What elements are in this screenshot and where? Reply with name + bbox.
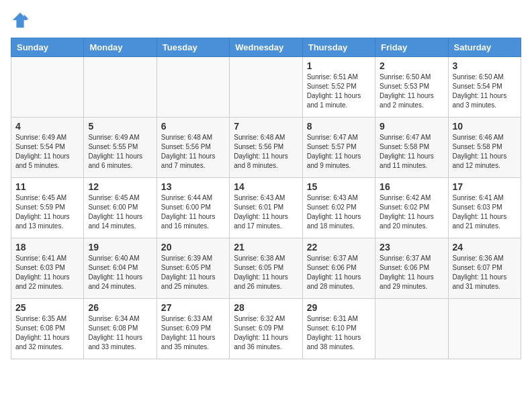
- calendar-cell: 12Sunrise: 6:45 AM Sunset: 6:00 PM Dayli…: [84, 178, 157, 238]
- day-number: 27: [161, 302, 225, 313]
- calendar-header-wednesday: Wednesday: [230, 38, 302, 57]
- calendar-week-row: 11Sunrise: 6:45 AM Sunset: 5:59 PM Dayli…: [11, 178, 521, 238]
- day-info: Sunrise: 6:42 AM Sunset: 6:02 PM Dayligh…: [380, 193, 443, 231]
- calendar-cell: [375, 299, 448, 359]
- calendar-header-monday: Monday: [84, 38, 157, 57]
- day-info: Sunrise: 6:38 AM Sunset: 6:05 PM Dayligh…: [234, 254, 298, 291]
- day-number: 24: [453, 242, 517, 253]
- calendar-cell: 4Sunrise: 6:49 AM Sunset: 5:54 PM Daylig…: [11, 118, 84, 178]
- svg-marker-1: [24, 15, 29, 19]
- day-info: Sunrise: 6:45 AM Sunset: 6:00 PM Dayligh…: [88, 193, 152, 231]
- calendar-cell: 25Sunrise: 6:35 AM Sunset: 6:08 PM Dayli…: [11, 299, 84, 359]
- day-number: 5: [88, 121, 152, 132]
- day-info: Sunrise: 6:43 AM Sunset: 6:01 PM Dayligh…: [234, 193, 298, 231]
- day-info: Sunrise: 6:50 AM Sunset: 5:53 PM Dayligh…: [380, 73, 443, 110]
- day-info: Sunrise: 6:40 AM Sunset: 6:04 PM Dayligh…: [88, 254, 152, 291]
- calendar-week-row: 25Sunrise: 6:35 AM Sunset: 6:08 PM Dayli…: [11, 299, 521, 359]
- day-number: 4: [15, 121, 79, 132]
- day-info: Sunrise: 6:50 AM Sunset: 5:54 PM Dayligh…: [453, 73, 517, 110]
- calendar-cell: 23Sunrise: 6:37 AM Sunset: 6:06 PM Dayli…: [375, 238, 448, 299]
- day-info: Sunrise: 6:51 AM Sunset: 5:52 PM Dayligh…: [307, 73, 371, 110]
- calendar-cell: 20Sunrise: 6:39 AM Sunset: 6:05 PM Dayli…: [157, 238, 229, 299]
- day-number: 29: [307, 302, 371, 313]
- day-info: Sunrise: 6:44 AM Sunset: 6:00 PM Dayligh…: [161, 193, 225, 231]
- day-info: Sunrise: 6:48 AM Sunset: 5:56 PM Dayligh…: [234, 133, 298, 171]
- calendar-cell: 10Sunrise: 6:46 AM Sunset: 5:58 PM Dayli…: [448, 118, 521, 178]
- day-number: 9: [380, 121, 443, 132]
- calendar-cell: 5Sunrise: 6:49 AM Sunset: 5:55 PM Daylig…: [84, 118, 157, 178]
- calendar-header-sunday: Sunday: [11, 38, 84, 57]
- day-number: 17: [453, 181, 517, 192]
- day-number: 12: [88, 181, 152, 192]
- day-number: 3: [453, 60, 517, 71]
- day-number: 16: [380, 181, 443, 192]
- calendar-cell: 1Sunrise: 6:51 AM Sunset: 5:52 PM Daylig…: [302, 57, 375, 118]
- calendar-cell: 16Sunrise: 6:42 AM Sunset: 6:02 PM Dayli…: [375, 178, 448, 238]
- day-info: Sunrise: 6:46 AM Sunset: 5:58 PM Dayligh…: [453, 133, 517, 171]
- day-number: 8: [307, 121, 371, 132]
- day-number: 21: [234, 242, 298, 253]
- day-info: Sunrise: 6:37 AM Sunset: 6:06 PM Dayligh…: [380, 254, 443, 291]
- day-info: Sunrise: 6:31 AM Sunset: 6:10 PM Dayligh…: [307, 314, 371, 352]
- calendar-header-saturday: Saturday: [448, 38, 521, 57]
- day-info: Sunrise: 6:41 AM Sunset: 6:03 PM Dayligh…: [453, 193, 517, 231]
- calendar-cell: [84, 57, 157, 118]
- day-info: Sunrise: 6:48 AM Sunset: 5:56 PM Dayligh…: [161, 133, 225, 171]
- day-number: 20: [161, 242, 225, 253]
- page-header: [11, 11, 521, 30]
- calendar-cell: 19Sunrise: 6:40 AM Sunset: 6:04 PM Dayli…: [84, 238, 157, 299]
- day-info: Sunrise: 6:41 AM Sunset: 6:03 PM Dayligh…: [15, 254, 79, 291]
- calendar-cell: 26Sunrise: 6:34 AM Sunset: 6:08 PM Dayli…: [84, 299, 157, 359]
- svg-marker-0: [13, 13, 28, 28]
- calendar-header-friday: Friday: [375, 38, 448, 57]
- calendar-cell: 9Sunrise: 6:47 AM Sunset: 5:58 PM Daylig…: [375, 118, 448, 178]
- calendar-cell: 6Sunrise: 6:48 AM Sunset: 5:56 PM Daylig…: [157, 118, 229, 178]
- calendar-header-thursday: Thursday: [302, 38, 375, 57]
- calendar-week-row: 1Sunrise: 6:51 AM Sunset: 5:52 PM Daylig…: [11, 57, 521, 118]
- day-number: 7: [234, 121, 298, 132]
- calendar-cell: 3Sunrise: 6:50 AM Sunset: 5:54 PM Daylig…: [448, 57, 521, 118]
- calendar-table: SundayMondayTuesdayWednesdayThursdayFrid…: [11, 38, 521, 359]
- day-number: 18: [15, 242, 79, 253]
- day-number: 26: [88, 302, 152, 313]
- calendar-cell: 14Sunrise: 6:43 AM Sunset: 6:01 PM Dayli…: [230, 178, 302, 238]
- calendar-cell: 18Sunrise: 6:41 AM Sunset: 6:03 PM Dayli…: [11, 238, 84, 299]
- calendar-cell: 11Sunrise: 6:45 AM Sunset: 5:59 PM Dayli…: [11, 178, 84, 238]
- calendar-header-row: SundayMondayTuesdayWednesdayThursdayFrid…: [11, 38, 521, 57]
- day-number: 1: [307, 60, 371, 71]
- day-info: Sunrise: 6:47 AM Sunset: 5:57 PM Dayligh…: [307, 133, 371, 171]
- calendar-cell: 8Sunrise: 6:47 AM Sunset: 5:57 PM Daylig…: [302, 118, 375, 178]
- day-info: Sunrise: 6:43 AM Sunset: 6:02 PM Dayligh…: [307, 193, 371, 231]
- calendar-cell: 2Sunrise: 6:50 AM Sunset: 5:53 PM Daylig…: [375, 57, 448, 118]
- calendar-cell: 22Sunrise: 6:37 AM Sunset: 6:06 PM Dayli…: [302, 238, 375, 299]
- calendar-header-tuesday: Tuesday: [157, 38, 229, 57]
- day-number: 6: [161, 121, 225, 132]
- day-info: Sunrise: 6:34 AM Sunset: 6:08 PM Dayligh…: [88, 314, 152, 352]
- day-number: 13: [161, 181, 225, 192]
- day-number: 11: [15, 181, 79, 192]
- calendar-cell: [448, 299, 521, 359]
- day-number: 19: [88, 242, 152, 253]
- calendar-cell: 17Sunrise: 6:41 AM Sunset: 6:03 PM Dayli…: [448, 178, 521, 238]
- calendar-cell: 21Sunrise: 6:38 AM Sunset: 6:05 PM Dayli…: [230, 238, 302, 299]
- day-number: 2: [380, 60, 443, 71]
- calendar-cell: 15Sunrise: 6:43 AM Sunset: 6:02 PM Dayli…: [302, 178, 375, 238]
- day-info: Sunrise: 6:39 AM Sunset: 6:05 PM Dayligh…: [161, 254, 225, 291]
- calendar-cell: [11, 57, 84, 118]
- day-number: 23: [380, 242, 443, 253]
- calendar-cell: 7Sunrise: 6:48 AM Sunset: 5:56 PM Daylig…: [230, 118, 302, 178]
- day-info: Sunrise: 6:35 AM Sunset: 6:08 PM Dayligh…: [15, 314, 79, 352]
- calendar-cell: 24Sunrise: 6:36 AM Sunset: 6:07 PM Dayli…: [448, 238, 521, 299]
- logo-icon: [11, 11, 30, 30]
- calendar-week-row: 4Sunrise: 6:49 AM Sunset: 5:54 PM Daylig…: [11, 118, 521, 178]
- day-info: Sunrise: 6:37 AM Sunset: 6:06 PM Dayligh…: [307, 254, 371, 291]
- day-info: Sunrise: 6:45 AM Sunset: 5:59 PM Dayligh…: [15, 193, 79, 231]
- calendar-cell: 27Sunrise: 6:33 AM Sunset: 6:09 PM Dayli…: [157, 299, 229, 359]
- day-info: Sunrise: 6:36 AM Sunset: 6:07 PM Dayligh…: [453, 254, 517, 291]
- day-number: 28: [234, 302, 298, 313]
- calendar-cell: 28Sunrise: 6:32 AM Sunset: 6:09 PM Dayli…: [230, 299, 302, 359]
- calendar-cell: [157, 57, 229, 118]
- day-number: 10: [453, 121, 517, 132]
- logo: [11, 11, 32, 30]
- day-number: 14: [234, 181, 298, 192]
